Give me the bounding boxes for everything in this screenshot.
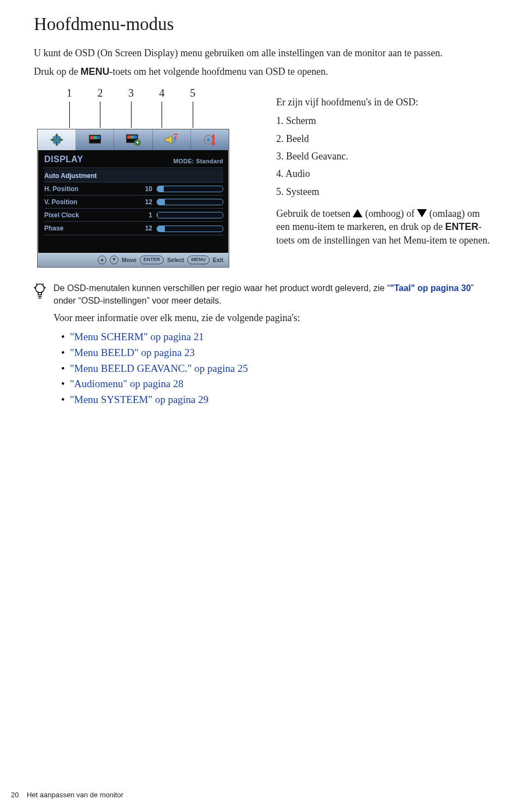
menu-list-item: 5. Systeem	[276, 185, 490, 198]
svg-marker-15	[165, 135, 172, 144]
link-menu-beeld[interactable]: "Menu BEELD" op pagina 23	[70, 346, 490, 360]
osd-item-value: 10	[136, 185, 157, 193]
picture-icon	[88, 134, 102, 145]
intro-block: U kunt de OSD (On Screen Display) menu g…	[34, 46, 490, 79]
system-icon	[203, 133, 216, 146]
menu-list-item: 1. Scherm	[276, 114, 490, 127]
menu-list-item: 4. Audio	[276, 167, 490, 180]
svg-rect-11	[130, 135, 134, 139]
display-icon	[50, 133, 64, 146]
link-audiomenu[interactable]: "Audiomenu" op pagina 28	[70, 377, 490, 391]
callout-3: 3	[127, 86, 135, 100]
up-icon: ▲	[98, 256, 106, 264]
slider[interactable]	[157, 199, 223, 205]
svg-rect-10	[127, 135, 130, 139]
instruction-paragraph: Gebruik de toetsen (omhoog) of (omlaag) …	[276, 207, 490, 247]
svg-rect-20	[212, 134, 215, 142]
footer-exit: Exit	[213, 256, 223, 264]
osd-item-pixel-clock[interactable]: Pixel Clock 1	[44, 209, 223, 222]
osd-tab-picture-adv[interactable]: +	[114, 129, 152, 150]
footer-select: Select	[167, 256, 184, 264]
hint-block: De OSD-menutalen kunnen verschillen per …	[34, 282, 490, 412]
osd-tabs: +	[38, 129, 229, 150]
callout-numbers: 1 2 3 4 5	[66, 86, 196, 100]
osd-body: Auto Adjustment H. Position 10 V. Positi…	[38, 168, 229, 253]
triangle-down-icon	[417, 209, 427, 217]
audio-icon	[164, 134, 178, 146]
intro-line-1: U kunt de OSD (On Screen Display) menu g…	[34, 46, 490, 60]
page-footer: 20 Het aanpassen van de monitor	[11, 790, 123, 800]
menu-list: 1. Scherm 2. Beeld 3. Beeld Geavanc. 4. …	[276, 114, 490, 198]
link-menu-systeem[interactable]: "Menu SYSTEEM" op pagina 29	[70, 393, 490, 407]
callout-4: 4	[158, 86, 166, 100]
callout-1: 1	[66, 86, 73, 100]
triangle-up-icon	[353, 209, 362, 217]
osd-item-auto-adjustment[interactable]: Auto Adjustment	[44, 169, 223, 182]
osd-item-label: H. Position	[44, 185, 136, 193]
osd-tab-audio[interactable]	[153, 129, 191, 150]
menu-list-item: 3. Beeld Geavanc.	[276, 150, 490, 163]
callout-5: 5	[189, 86, 196, 100]
down-icon: ▼	[110, 256, 118, 264]
svg-rect-16	[175, 136, 176, 139]
svg-rect-12	[134, 135, 137, 139]
hint-more: Voor meer informatie over elk menu, zie …	[53, 311, 490, 324]
callout-lines	[66, 102, 196, 128]
svg-marker-1	[55, 133, 58, 136]
menu-list-item: 2. Beeld	[276, 132, 490, 145]
footer-move: Move	[122, 256, 136, 264]
lightbulb-icon	[34, 283, 46, 303]
instr-a: Gebruik de toetsen	[276, 208, 353, 219]
intro2-pre: Druk op de	[34, 66, 80, 77]
figure-column: 1 2 3 4 5	[34, 86, 247, 268]
osd-menu: + DISPLAY M	[37, 129, 229, 268]
link-list: "Menu SCHERM" op pagina 21 "Menu BEELD" …	[53, 330, 490, 406]
svg-rect-6	[90, 136, 93, 139]
slider[interactable]	[157, 212, 223, 218]
osd-item-phase[interactable]: Phase 12	[44, 222, 223, 235]
osd-item-value: 1	[136, 211, 157, 220]
svg-point-19	[207, 138, 210, 141]
osd-tab-picture[interactable]	[76, 129, 114, 150]
osd-item-label: Phase	[44, 224, 136, 233]
osd-title: DISPLAY	[44, 153, 83, 165]
enter-key-label: ENTER	[445, 221, 478, 232]
osd-mode-label: MODE: Standard	[173, 157, 223, 165]
svg-point-21	[212, 142, 215, 145]
osd-item-value: 12	[136, 224, 157, 233]
osd-item-v-position[interactable]: V. Position 12	[44, 195, 223, 209]
hint-note-a: De OSD-menutalen kunnen verschillen per …	[53, 283, 390, 293]
description-column: Er zijn vijf hoofdmenu's in de OSD: 1. S…	[276, 86, 490, 257]
osd-footer: ▲ ▼ Move ENTER Select MENU Exit	[38, 253, 229, 267]
osd-item-value: 12	[136, 198, 157, 206]
osd-tab-display[interactable]	[38, 129, 76, 150]
osd-item-label: V. Position	[44, 198, 136, 206]
picture-adv-icon: +	[126, 134, 141, 146]
page-number: 20	[11, 791, 19, 799]
link-menu-scherm[interactable]: "Menu SCHERM" op pagina 21	[70, 330, 490, 344]
svg-rect-8	[97, 136, 100, 139]
svg-rect-7	[93, 136, 97, 139]
osd-item-h-position[interactable]: H. Position 10	[44, 182, 223, 195]
instr-b: (omhoog) of	[362, 208, 416, 219]
intro-line-2: Druk op de MENU-toets om het volgende ho…	[34, 65, 490, 78]
osd-tab-system[interactable]	[191, 129, 229, 150]
link-taal[interactable]: "Taal" op pagina 30	[390, 283, 471, 293]
section-name: Het aanpassen van de monitor	[27, 791, 123, 799]
footer-enter-chip: ENTER	[140, 256, 164, 264]
svg-text:+: +	[136, 139, 139, 145]
slider[interactable]	[157, 186, 223, 192]
link-menu-beeld-geavanc[interactable]: "Menu BEELD GEAVANC." op pagina 25	[70, 361, 490, 376]
callout-2: 2	[97, 86, 104, 100]
svg-point-22	[35, 284, 44, 293]
intro2-post: -toets om het volgende hoofdmenu van OSD…	[109, 66, 327, 77]
svg-marker-4	[61, 138, 63, 141]
page-title: Hoofdmenu-modus	[34, 12, 490, 37]
svg-marker-2	[55, 144, 58, 146]
osd-item-label: Auto Adjustment	[44, 171, 223, 180]
slider[interactable]	[157, 226, 223, 232]
menu-key-label: MENU	[80, 66, 109, 77]
osd-item-label: Pixel Clock	[44, 211, 136, 220]
svg-marker-3	[50, 138, 53, 141]
hint-note: De OSD-menutalen kunnen verschillen per …	[53, 282, 490, 307]
